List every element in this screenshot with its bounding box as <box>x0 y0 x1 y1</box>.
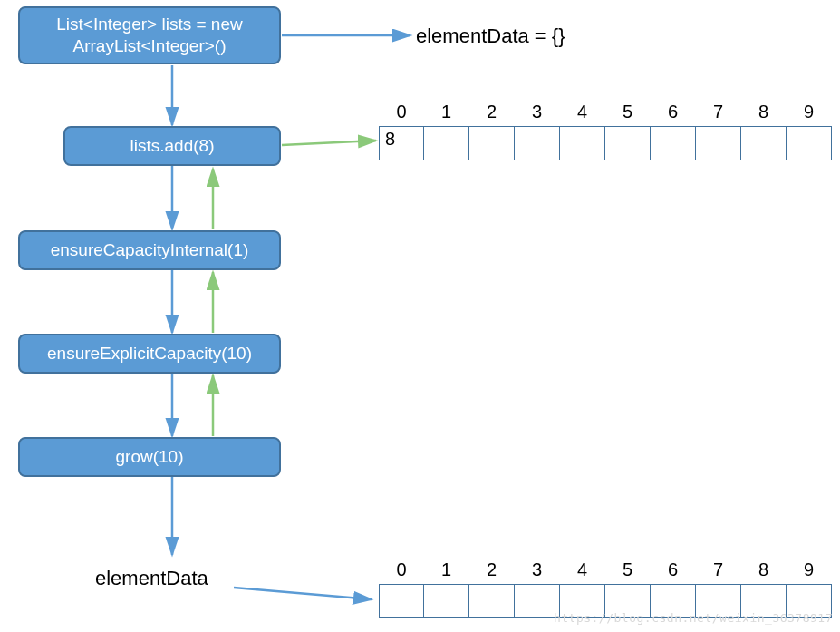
array1-cell-4: 4 <box>560 126 605 160</box>
array1-idx-1: 1 <box>424 102 468 122</box>
array2-val-8 <box>741 585 752 588</box>
arrows-layer <box>0 0 840 632</box>
array2-val-4 <box>560 585 571 588</box>
array1-idx-4: 4 <box>560 102 604 122</box>
array2-val-5 <box>605 585 616 588</box>
array2-val-0 <box>380 585 391 588</box>
array2-cell-2: 2 <box>469 584 515 618</box>
array2-idx-5: 5 <box>605 559 650 580</box>
label-elementdata-empty: elementData = {} <box>416 24 565 48</box>
array1-idx-6: 6 <box>651 102 695 122</box>
array2-idx-0: 0 <box>380 559 423 580</box>
array2-cell-0: 0 <box>379 584 424 618</box>
array1-idx-9: 9 <box>787 102 831 122</box>
array1-idx-3: 3 <box>515 102 559 122</box>
array1-idx-0: 0 <box>380 102 423 122</box>
array1-val-6 <box>651 127 661 131</box>
array1-idx-8: 8 <box>741 102 786 122</box>
array1-val-9 <box>787 127 797 131</box>
array1-idx-5: 5 <box>605 102 650 122</box>
array1-cell-9: 9 <box>787 126 832 160</box>
array1-val-0: 8 <box>380 127 401 151</box>
array1-val-4 <box>560 127 571 131</box>
array1-cell-1: 1 <box>424 126 469 160</box>
array1-val-7 <box>696 127 707 131</box>
array2-val-6 <box>651 585 661 588</box>
array1-cell-3: 3 <box>515 126 560 160</box>
array2-val-1 <box>424 585 435 588</box>
array1-idx-2: 2 <box>469 102 514 122</box>
array2-val-2 <box>469 585 480 588</box>
array-after-add: 08 1 2 3 4 5 6 7 8 9 <box>379 126 832 160</box>
flow-box-add: lists.add(8) <box>63 126 281 166</box>
array1-cell-8: 8 <box>741 126 787 160</box>
array2-val-9 <box>787 585 797 588</box>
array1-val-1 <box>424 127 435 131</box>
array2-idx-4: 4 <box>560 559 604 580</box>
array2-idx-7: 7 <box>696 559 740 580</box>
array2-idx-2: 2 <box>469 559 514 580</box>
array1-idx-7: 7 <box>696 102 740 122</box>
watermark-text: https://blog.csdn.net/weixin_36378917 <box>554 611 833 625</box>
array1-cell-6: 6 <box>651 126 696 160</box>
array2-cell-1: 1 <box>424 584 469 618</box>
array2-val-7 <box>696 585 707 588</box>
flow-box-init: List<Integer> lists = new ArrayList<Inte… <box>18 6 281 64</box>
array2-idx-3: 3 <box>515 559 559 580</box>
array1-val-8 <box>741 127 752 131</box>
array2-val-3 <box>515 585 526 588</box>
array2-idx-9: 9 <box>787 559 831 580</box>
array1-val-5 <box>605 127 616 131</box>
svg-line-6 <box>282 141 376 145</box>
array1-cell-5: 5 <box>605 126 651 160</box>
array2-idx-1: 1 <box>424 559 468 580</box>
svg-line-7 <box>234 588 372 599</box>
array1-cell-2: 2 <box>469 126 515 160</box>
flow-box-grow: grow(10) <box>18 437 281 477</box>
flow-box-eec: ensureExplicitCapacity(10) <box>18 334 281 374</box>
array1-val-2 <box>469 127 480 131</box>
array1-val-3 <box>515 127 526 131</box>
array1-cell-0: 08 <box>379 126 424 160</box>
array2-idx-6: 6 <box>651 559 695 580</box>
label-elementdata-bottom: elementData <box>95 567 208 590</box>
array1-cell-7: 7 <box>696 126 741 160</box>
array2-idx-8: 8 <box>741 559 786 580</box>
flow-box-eci: ensureCapacityInternal(1) <box>18 230 281 270</box>
